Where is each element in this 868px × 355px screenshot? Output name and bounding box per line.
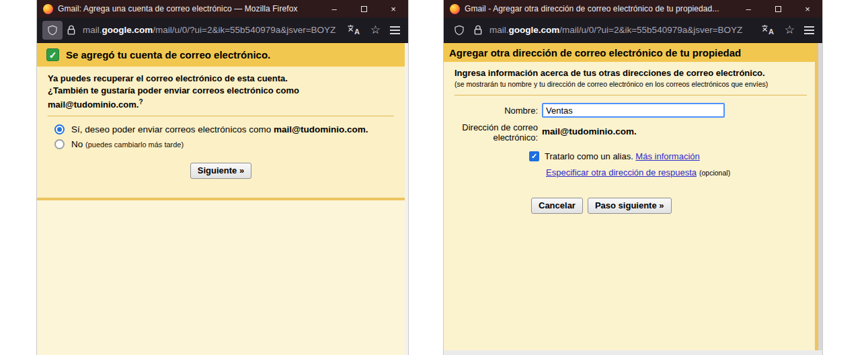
browser-window-left: Gmail: Agrega una cuenta de correo elect… (37, 0, 408, 355)
url-bar[interactable]: mail.google.com/mail/u/0/?ui=2&ik=55b540… (37, 17, 408, 43)
firefox-logo-icon (450, 4, 460, 14)
radio-option-yes[interactable]: Sí, deseo poder enviar correos electróni… (54, 124, 394, 134)
titlebar[interactable]: Gmail - Agregar otra dirección de correo… (444, 0, 822, 17)
radio-option-no[interactable]: No (puedes cambiarlo más tarde) (54, 139, 394, 149)
address-input[interactable]: mail.google.com/mail/u/0/?ui=2&ik=55b540… (83, 25, 342, 35)
dialog-header-text: Se agregó tu cuenta de correo electrónic… (66, 49, 270, 61)
radio-unselected-icon[interactable] (54, 139, 65, 149)
maximize-button[interactable] (763, 0, 793, 17)
email-value: mail@tudominio.com. (542, 122, 637, 136)
divider (48, 116, 394, 116)
window-title: Gmail: Agrega una cuenta de correo elect… (58, 4, 319, 13)
name-input[interactable] (542, 103, 725, 118)
translate-icon[interactable]: A (347, 24, 361, 36)
dialog-body: Ya puedes recuperar el correo electrónic… (37, 67, 405, 200)
more-info-link[interactable]: Más información (635, 151, 699, 161)
menu-icon[interactable] (804, 26, 814, 34)
alias-checkbox-row[interactable]: ✓ Tratarlo como un alias. Más informació… (529, 151, 807, 161)
bookmark-star-icon[interactable]: ☆ (785, 24, 795, 36)
body-line: ¿También te gustaría poder enviar correo… (48, 85, 394, 97)
window-title: Gmail - Agregar otra dirección de correo… (465, 4, 734, 13)
dialog-header-text: Agregar otra dirección de correo electró… (449, 47, 741, 58)
cancel-button[interactable]: Cancelar (531, 198, 583, 214)
alias-label: Tratarlo como un alias. Más información (545, 151, 700, 161)
success-check-icon: ✓ (46, 48, 59, 61)
minimize-button[interactable]: – (319, 0, 349, 17)
checkbox-checked-icon[interactable]: ✓ (529, 151, 539, 161)
address-input[interactable]: mail.google.com/mail/u/0/?ui=2&ik=55b540… (489, 25, 756, 35)
lock-icon[interactable] (469, 21, 487, 40)
body-line: Ya puedes recuperar el correo electrónic… (48, 73, 394, 85)
browser-window-right: Gmail - Agregar otra dirección de correo… (444, 0, 822, 355)
dialog-body: Ingresa información acerca de tus otras … (444, 62, 815, 355)
empty-area (37, 200, 405, 355)
svg-text:A: A (768, 28, 774, 36)
page-content: ✓ Se agregó tu cuenta de correo electrón… (37, 43, 408, 355)
intro-text: Ingresa información acerca de tus otras … (455, 68, 807, 78)
window-bottom-edge (444, 350, 822, 355)
translate-icon[interactable]: A (761, 24, 775, 36)
next-button[interactable]: Siguiente » (190, 163, 251, 179)
radio-selected-icon[interactable] (54, 124, 65, 134)
radio-no-label: No (puedes cambiarlo más tarde) (71, 139, 184, 149)
url-bar[interactable]: mail.google.com/mail/u/0/?ui=2&ik=55b540… (444, 17, 822, 43)
email-field-row: Dirección de correo electrónico: mail@tu… (455, 122, 807, 143)
maximize-icon (361, 6, 367, 12)
intro-note: (se mostrarán tu nombre y tu dirección d… (455, 80, 807, 88)
reply-address-link[interactable]: Especificar otra dirección de respuesta (546, 167, 697, 178)
optional-note: (opcional) (699, 169, 730, 177)
scrollbar-track[interactable] (405, 43, 408, 355)
name-field-row: Nombre: (455, 103, 807, 118)
body-line: mail@tudominio.com.? (48, 96, 394, 111)
bookmark-star-icon[interactable]: ☆ (370, 24, 381, 36)
tracking-protection-shield-icon[interactable] (42, 21, 63, 40)
maximize-icon (775, 6, 781, 12)
svg-text:A: A (354, 28, 360, 36)
page-content: Agregar otra dirección de correo electró… (444, 43, 822, 355)
dialog-header: ✓ Se agregó tu cuenta de correo electrón… (37, 43, 405, 67)
email-label: Dirección de correo electrónico: (455, 122, 542, 143)
superscript-question: ? (139, 98, 143, 106)
menu-icon[interactable] (390, 26, 400, 34)
reply-address-row: Especificar otra dirección de respuesta(… (546, 167, 807, 178)
minimize-button[interactable]: – (734, 0, 763, 17)
next-step-button[interactable]: Paso siguiente » (588, 198, 672, 214)
lock-icon[interactable] (63, 21, 80, 40)
dialog-header: Agregar otra dirección de correo electró… (444, 43, 815, 62)
divider (455, 95, 807, 95)
tracking-protection-shield-icon[interactable] (449, 21, 469, 40)
name-label: Nombre: (455, 106, 542, 116)
radio-yes-label: Sí, deseo poder enviar correos electróni… (71, 124, 368, 134)
close-button[interactable]: × (379, 0, 408, 17)
titlebar[interactable]: Gmail: Agrega una cuenta de correo elect… (37, 0, 408, 17)
firefox-logo-icon (43, 4, 53, 14)
scrollbar-track[interactable] (818, 43, 822, 355)
close-button[interactable]: × (793, 0, 822, 17)
maximize-button[interactable] (349, 0, 379, 17)
